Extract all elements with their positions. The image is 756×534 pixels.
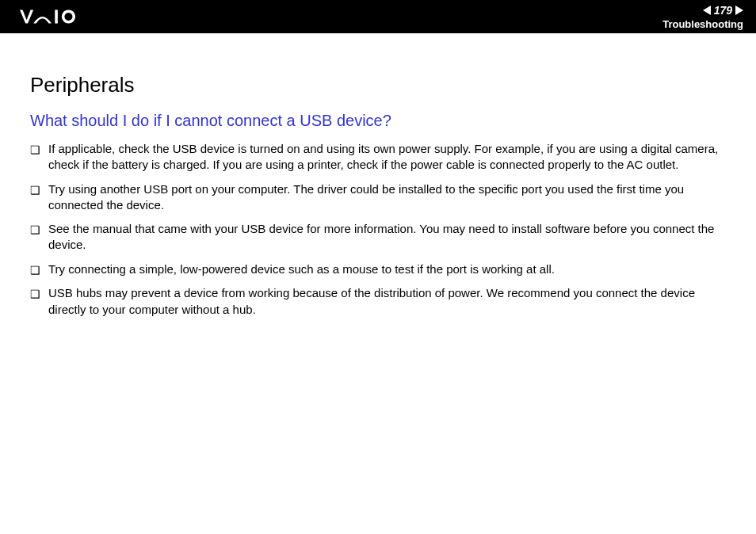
next-page-arrow-icon[interactable] (735, 6, 743, 15)
prev-page-arrow-icon[interactable] (703, 6, 711, 15)
list-item: ❑ See the manual that came with your USB… (30, 221, 726, 254)
page-number: 179 (714, 4, 732, 17)
bullet-text: USB hubs may prevent a device from worki… (48, 285, 726, 318)
vaio-logo (16, 0, 103, 33)
list-item: ❑ If applicable, check the USB device is… (30, 141, 726, 174)
bullet-icon: ❑ (30, 287, 40, 302)
svg-rect-0 (55, 10, 58, 23)
page-title: Peripherals (30, 73, 726, 97)
list-item: ❑ Try connecting a simple, low-powered d… (30, 261, 726, 278)
page-nav: 179 (703, 4, 743, 17)
header-right: 179 Troubleshooting (662, 4, 743, 30)
section-name: Troubleshooting (662, 18, 743, 30)
bullet-text: Try using another USB port on your compu… (48, 181, 726, 214)
bullet-text: If applicable, check the USB device is t… (48, 141, 726, 174)
list-item: ❑ Try using another USB port on your com… (30, 181, 726, 214)
bullet-text: Try connecting a simple, low-powered dev… (48, 261, 726, 277)
question-heading: What should I do if I cannot connect a U… (30, 112, 726, 130)
bullet-text: See the manual that came with your USB d… (48, 221, 726, 254)
bullet-list: ❑ If applicable, check the USB device is… (30, 141, 726, 318)
content-area: Peripherals What should I do if I cannot… (0, 33, 756, 341)
bullet-icon: ❑ (30, 223, 40, 238)
bullet-icon: ❑ (30, 183, 40, 198)
list-item: ❑ USB hubs may prevent a device from wor… (30, 285, 726, 318)
bullet-icon: ❑ (30, 263, 40, 278)
bullet-icon: ❑ (30, 143, 40, 158)
header-bar: 179 Troubleshooting (0, 0, 756, 33)
